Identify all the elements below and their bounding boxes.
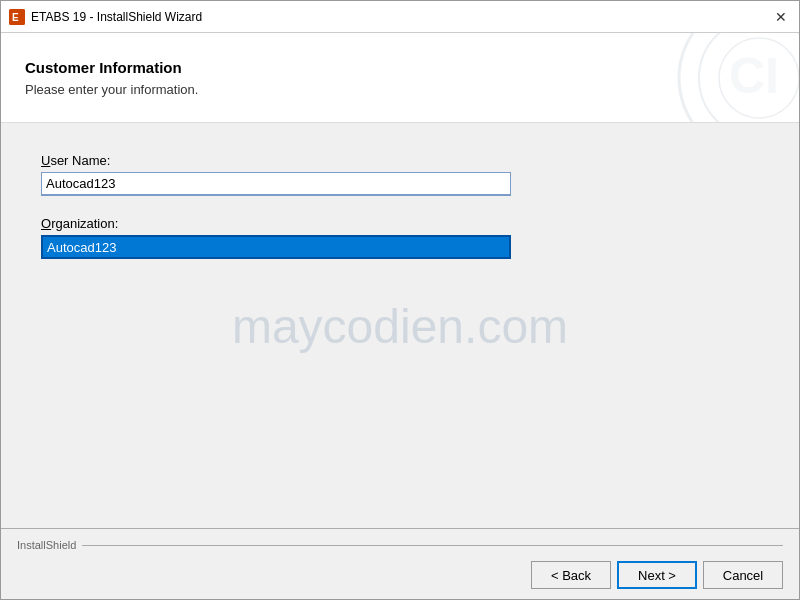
app-icon: E [9,9,25,25]
window-title: ETABS 19 - InstallShield Wizard [31,10,202,24]
button-row: < Back Next > Cancel [17,561,783,589]
installshield-label: InstallShield [17,539,783,551]
cancel-button[interactable]: Cancel [703,561,783,589]
footer: InstallShield < Back Next > Cancel [1,528,799,599]
close-button[interactable]: ✕ [771,7,791,27]
title-bar-left: E ETABS 19 - InstallShield Wizard [9,9,202,25]
dialog-window: E ETABS 19 - InstallShield Wizard ✕ CI C… [0,0,800,600]
username-group: User Name: [41,153,759,196]
header-panel: CI Customer Information Please enter you… [1,33,799,123]
next-button[interactable]: Next > [617,561,697,589]
back-button[interactable]: < Back [531,561,611,589]
username-input[interactable] [41,172,511,196]
header-background-graphic: CI [599,33,799,123]
svg-text:CI: CI [729,48,779,104]
username-label: User Name: [41,153,759,168]
watermark-text: maycodien.com [232,298,568,353]
organization-label: Organization: [41,216,759,231]
organization-group: Organization: [41,216,759,259]
title-bar: E ETABS 19 - InstallShield Wizard ✕ [1,1,799,33]
svg-text:E: E [12,12,19,23]
main-content: maycodien.com User Name: Organization: [1,123,799,528]
organization-input[interactable] [41,235,511,259]
